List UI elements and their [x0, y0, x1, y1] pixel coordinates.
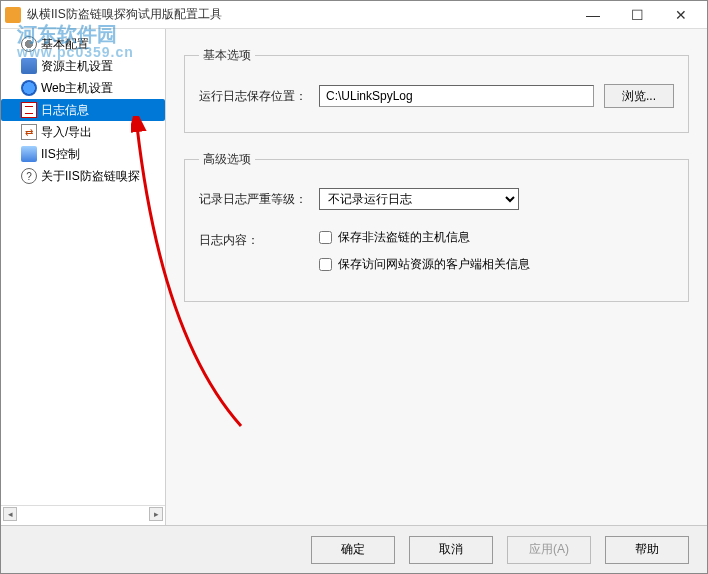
- io-icon: [21, 124, 37, 140]
- sidebar-item-label: IIS控制: [41, 146, 80, 163]
- cb-illegal-host[interactable]: [319, 231, 332, 244]
- sidebar: 基本配置资源主机设置Web主机设置日志信息导入/导出IIS控制关于IIS防盗链嗅…: [1, 29, 166, 525]
- sidebar-item-4[interactable]: 导入/导出: [1, 121, 165, 143]
- sidebar-item-label: 关于IIS防盗链嗅探: [41, 168, 140, 185]
- sidebar-item-label: 日志信息: [41, 102, 89, 119]
- sidebar-item-2[interactable]: Web主机设置: [1, 77, 165, 99]
- log-content-label: 日志内容：: [199, 232, 319, 249]
- apply-button[interactable]: 应用(A): [507, 536, 591, 564]
- sidebar-item-1[interactable]: 资源主机设置: [1, 55, 165, 77]
- advanced-options-group: 高级选项 记录日志严重等级： 不记录运行日志 日志内容： 保存非法盗链的主机信息…: [184, 151, 689, 302]
- window-title: 纵横IIS防盗链嗅探狗试用版配置工具: [27, 6, 571, 23]
- sidebar-item-label: 资源主机设置: [41, 58, 113, 75]
- ok-button[interactable]: 确定: [311, 536, 395, 564]
- close-button[interactable]: ✕: [659, 1, 703, 29]
- basic-options-group: 基本选项 运行日志保存位置： 浏览...: [184, 47, 689, 133]
- about-icon: [21, 168, 37, 184]
- sidebar-item-label: 基本配置: [41, 36, 89, 53]
- sidebar-item-3[interactable]: 日志信息: [1, 99, 165, 121]
- browse-button[interactable]: 浏览...: [604, 84, 674, 108]
- content-pane: 基本选项 运行日志保存位置： 浏览... 高级选项 记录日志严重等级： 不记录运…: [166, 29, 707, 525]
- web-icon: [21, 80, 37, 96]
- cb-client-info-label: 保存访问网站资源的客户端相关信息: [338, 256, 530, 273]
- dialog-button-bar: 确定 取消 应用(A) 帮助: [1, 525, 707, 573]
- cb-client-info[interactable]: [319, 258, 332, 271]
- title-bar: 纵横IIS防盗链嗅探狗试用版配置工具 ― ☐ ✕: [1, 1, 707, 29]
- app-icon: [5, 7, 21, 23]
- log-path-label: 运行日志保存位置：: [199, 88, 319, 105]
- host-icon: [21, 58, 37, 74]
- sidebar-item-6[interactable]: 关于IIS防盗链嗅探: [1, 165, 165, 187]
- sidebar-item-label: 导入/导出: [41, 124, 92, 141]
- maximize-button[interactable]: ☐: [615, 1, 659, 29]
- scroll-left-icon[interactable]: ◂: [3, 507, 17, 521]
- sidebar-item-5[interactable]: IIS控制: [1, 143, 165, 165]
- iis-icon: [21, 146, 37, 162]
- sidebar-scrollbar[interactable]: ◂ ▸: [1, 505, 165, 521]
- sidebar-item-0[interactable]: 基本配置: [1, 33, 165, 55]
- sidebar-item-label: Web主机设置: [41, 80, 113, 97]
- gear-icon: [21, 36, 37, 52]
- nav-tree: 基本配置资源主机设置Web主机设置日志信息导入/导出IIS控制关于IIS防盗链嗅…: [1, 33, 165, 505]
- cancel-button[interactable]: 取消: [409, 536, 493, 564]
- log-level-select[interactable]: 不记录运行日志: [319, 188, 519, 210]
- advanced-options-legend: 高级选项: [199, 151, 255, 168]
- window-controls: ― ☐ ✕: [571, 1, 703, 29]
- log-level-label: 记录日志严重等级：: [199, 191, 319, 208]
- log-path-input[interactable]: [319, 85, 594, 107]
- help-button[interactable]: 帮助: [605, 536, 689, 564]
- log-icon: [21, 102, 37, 118]
- minimize-button[interactable]: ―: [571, 1, 615, 29]
- scroll-right-icon[interactable]: ▸: [149, 507, 163, 521]
- basic-options-legend: 基本选项: [199, 47, 255, 64]
- cb-illegal-host-label: 保存非法盗链的主机信息: [338, 229, 470, 246]
